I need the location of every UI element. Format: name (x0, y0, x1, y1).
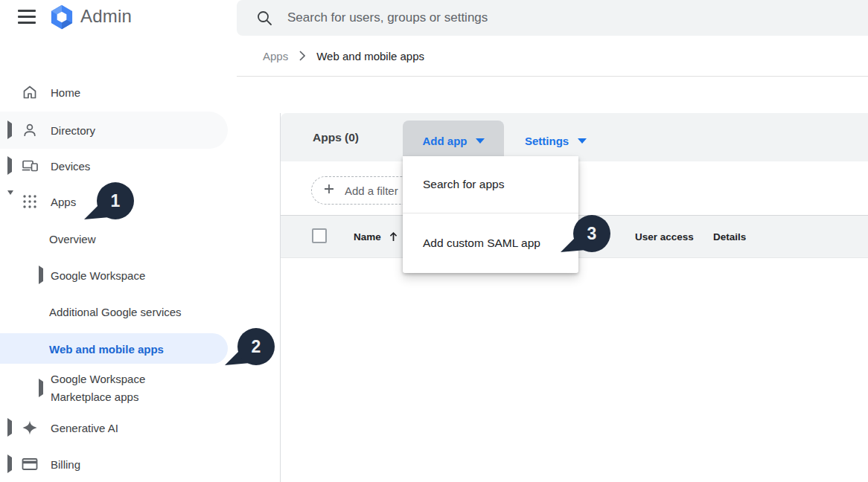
sidebar-item-label: Directory (51, 124, 95, 137)
sidebar-item-label: Web and mobile apps (49, 342, 164, 355)
menu-item-add-custom-saml-app[interactable]: Add custom SAML app (403, 213, 578, 273)
sidebar-item-google-workspace[interactable]: Google Workspace (0, 260, 228, 290)
caret-down-icon (476, 138, 485, 144)
person-icon (21, 121, 39, 139)
apps-toolbar: Apps (0) Add app Settings (281, 113, 868, 161)
expand-caret-icon[interactable] (39, 269, 43, 282)
sidebar-item-apps[interactable]: Apps (0, 187, 228, 216)
expand-caret-icon[interactable] (7, 159, 12, 173)
breadcrumb: Apps Web and mobile apps (237, 36, 868, 77)
menu-item-search-for-apps[interactable]: Search for apps (403, 156, 578, 213)
sidebar-item-billing[interactable]: Billing (0, 449, 228, 479)
devices-icon (21, 157, 39, 175)
sidebar-item-marketplace-apps[interactable]: Google Workspace Marketplace apps (0, 368, 228, 408)
chevron-right-icon (299, 51, 305, 61)
search-icon (256, 10, 272, 26)
column-header-name[interactable]: Name (354, 231, 381, 242)
expand-caret-icon[interactable] (39, 382, 43, 395)
sidebar-item-devices[interactable]: Devices (0, 151, 228, 181)
sidebar-item-web-and-mobile-apps[interactable]: Web and mobile apps (0, 333, 228, 364)
sidebar-item-label: Overview (49, 233, 96, 245)
apps-grid-icon (21, 193, 39, 211)
breadcrumb-current: Web and mobile apps (316, 50, 424, 62)
sidebar-item-label: Additional Google services (49, 306, 182, 318)
content-divider (280, 113, 281, 482)
expand-caret-icon[interactable] (7, 457, 12, 471)
home-icon (21, 83, 39, 101)
expand-caret-icon[interactable] (7, 421, 12, 434)
add-app-button[interactable]: Add app (403, 120, 504, 161)
credit-card-icon (21, 455, 39, 473)
admin-logo-icon (48, 3, 76, 31)
settings-button-label: Settings (525, 135, 569, 147)
sidebar-item-label: Apps (51, 196, 76, 208)
sort-ascending-icon[interactable] (388, 231, 399, 242)
add-filter-label: Add a filter (345, 184, 398, 197)
sparkle-icon (21, 419, 39, 437)
sidebar-item-additional-google-services[interactable]: Additional Google services (0, 297, 228, 327)
sidebar-item-generative-ai[interactable]: Generative AI (0, 413, 228, 443)
sidebar-item-label: Billing (51, 458, 80, 471)
sidebar-item-label: Devices (51, 160, 90, 173)
menu-item-label: Add custom SAML app (423, 237, 540, 250)
plus-icon (323, 183, 335, 198)
breadcrumb-parent-link[interactable]: Apps (263, 50, 288, 62)
hamburger-menu-icon[interactable] (18, 10, 36, 24)
add-app-menu: Search for apps Add custom SAML app (403, 156, 578, 273)
sidebar-item-label: Generative AI (51, 422, 118, 434)
sidebar-item-overview[interactable]: Overview (0, 224, 228, 254)
collapse-caret-icon[interactable] (7, 195, 13, 208)
google-admin-console: Admin Apps Web and mobile apps Home (0, 0, 868, 482)
caret-down-icon (578, 138, 587, 144)
annotation-callout-2: 2 (223, 327, 276, 369)
sidebar-item-label: Home (51, 86, 80, 99)
product-title: Admin (80, 6, 132, 27)
svg-text:2: 2 (252, 337, 261, 356)
sidebar-item-label: Google Workspace Marketplace apps (51, 370, 181, 406)
menu-item-label: Search for apps (423, 178, 504, 191)
column-header-details: Details (713, 231, 746, 242)
settings-button[interactable]: Settings (525, 120, 587, 161)
apps-count-title: Apps (0) (313, 131, 359, 144)
add-app-button-label: Add app (423, 135, 467, 147)
global-search-bar (237, 0, 868, 36)
expand-caret-icon[interactable] (7, 123, 12, 137)
sidebar-item-directory[interactable]: Directory (0, 112, 228, 149)
select-all-checkbox[interactable] (312, 228, 327, 243)
sidebar-item-home[interactable]: Home (0, 77, 228, 107)
search-input[interactable] (287, 0, 823, 36)
sidebar-item-label: Google Workspace (51, 269, 145, 282)
column-header-user-access: User access (635, 231, 694, 242)
